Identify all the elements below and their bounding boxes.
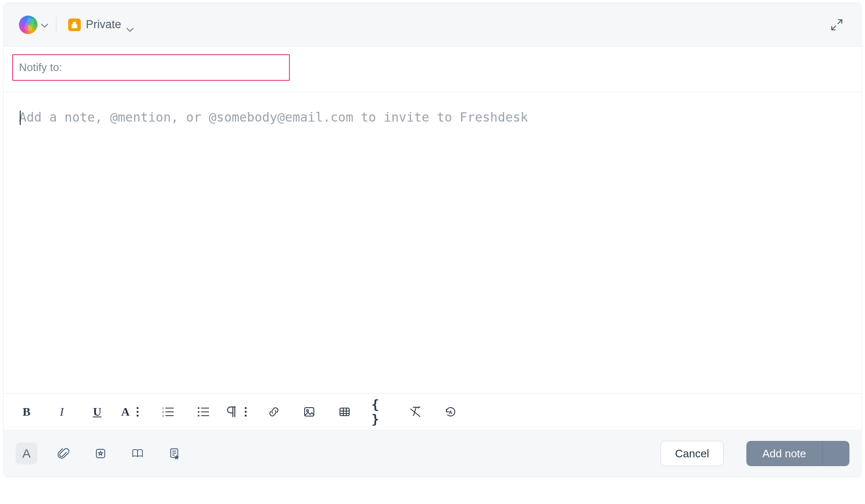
svg-point-0 [137, 407, 139, 409]
svg-rect-20 [340, 408, 349, 416]
svg-text:1: 1 [162, 406, 164, 410]
svg-point-1 [137, 411, 139, 413]
code-button[interactable]: { } [371, 403, 388, 420]
attachment-icon [57, 447, 70, 460]
privacy-selector[interactable]: Private [66, 16, 136, 33]
unordered-list-button[interactable] [195, 403, 212, 420]
underline-button[interactable]: U [89, 403, 106, 420]
svg-point-2 [137, 415, 139, 417]
notify-row: Notify to: [4, 47, 861, 92]
footer-left-group: A [16, 443, 186, 464]
clear-format-icon [409, 406, 422, 418]
svg-text:A: A [449, 410, 452, 415]
editor-footer: A [4, 430, 861, 477]
ordered-list-icon: 1 2 3 [162, 406, 174, 418]
undo-history-button[interactable]: A [442, 403, 459, 420]
table-button[interactable] [336, 403, 353, 420]
svg-point-13 [198, 415, 199, 416]
italic-icon: I [60, 405, 64, 419]
chevron-down-icon [126, 22, 134, 27]
unordered-list-icon [197, 406, 210, 418]
brand-logo-icon [19, 16, 37, 34]
add-note-button-label: Add note [762, 447, 806, 460]
cancel-button-label: Cancel [675, 447, 709, 460]
attachment-button[interactable] [53, 443, 74, 464]
link-button[interactable] [265, 403, 282, 420]
italic-button[interactable]: I [53, 403, 70, 420]
paragraph-options-button[interactable] [230, 403, 247, 420]
canned-response-icon [94, 447, 107, 460]
svg-point-15 [245, 407, 247, 409]
svg-point-16 [245, 411, 247, 413]
link-icon [268, 406, 280, 418]
format-toolbar: B I U A 1 2 3 [4, 393, 861, 430]
bold-icon: B [23, 405, 31, 419]
underline-icon: U [93, 405, 101, 419]
image-icon [303, 406, 316, 418]
lock-icon [68, 19, 81, 31]
header-left-group: Private [19, 16, 136, 34]
text-format-toggle-button[interactable]: A [16, 443, 37, 464]
svg-point-9 [198, 407, 199, 409]
text-format-toggle-icon: A [22, 446, 31, 461]
table-icon [338, 406, 351, 418]
notify-to-field[interactable]: Notify to: [12, 54, 290, 81]
bold-button[interactable]: B [18, 403, 35, 420]
svg-point-17 [245, 415, 247, 417]
template-icon [168, 447, 181, 460]
submit-button-group: Add note [746, 441, 849, 466]
code-icon: { } [371, 397, 388, 427]
knowledge-base-icon [131, 447, 144, 460]
ordered-list-button[interactable]: 1 2 3 [159, 403, 176, 420]
image-button[interactable] [301, 403, 318, 420]
svg-text:2: 2 [162, 410, 164, 414]
clear-format-button[interactable] [407, 403, 424, 420]
privacy-label: Private [86, 18, 121, 31]
add-note-dropdown-button[interactable] [822, 441, 849, 466]
knowledge-base-button[interactable] [127, 443, 149, 464]
cancel-button[interactable]: Cancel [661, 441, 724, 466]
svg-point-19 [307, 410, 309, 412]
note-textarea[interactable] [19, 110, 846, 376]
vertical-separator [56, 17, 56, 32]
template-button[interactable] [164, 443, 186, 464]
svg-text:3: 3 [162, 414, 164, 418]
editor-body [4, 92, 861, 393]
notify-to-label: Notify to: [19, 61, 62, 74]
editor-header: Private [4, 3, 861, 47]
svg-point-11 [198, 411, 199, 413]
font-options-icon: A [121, 405, 144, 419]
text-caret [20, 111, 21, 125]
font-options-button[interactable]: A [124, 403, 141, 420]
expand-button[interactable] [828, 16, 846, 34]
canned-response-button[interactable] [90, 443, 111, 464]
brand-dropdown-button[interactable] [41, 22, 48, 27]
undo-history-icon: A [444, 406, 457, 418]
add-note-button[interactable]: Add note [746, 441, 822, 466]
paragraph-options-icon [225, 406, 252, 418]
note-editor-panel: Private Notify to: B I U [3, 3, 862, 477]
